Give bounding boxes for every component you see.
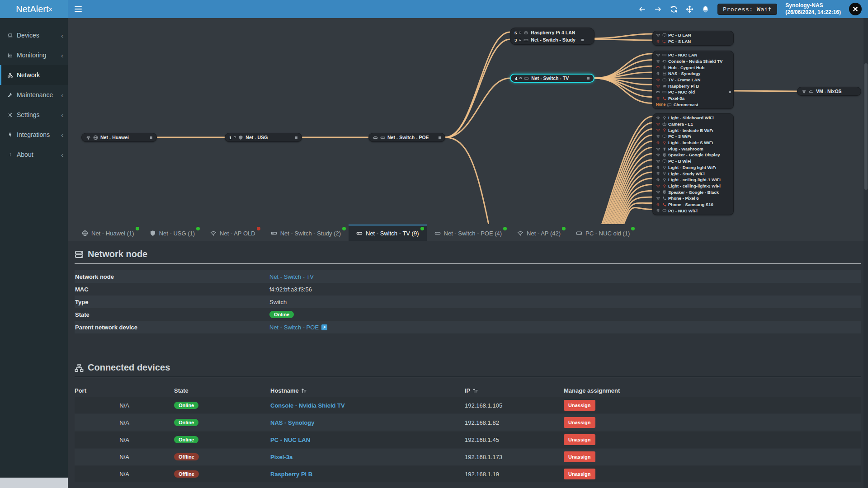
external-link-icon[interactable] bbox=[321, 324, 327, 330]
device-node-phone-pixel-6[interactable]: Phone - Pixel 6 bbox=[653, 195, 733, 202]
status-dot bbox=[503, 227, 507, 230]
hostname-link[interactable]: Pixel-3a bbox=[270, 454, 292, 460]
device-node-pc-s-wifi[interactable]: PC - S WiFi bbox=[653, 133, 733, 140]
device-node-nas-synology[interactable]: NAS - Synology bbox=[653, 70, 733, 77]
node-net-switch-poe[interactable]: Net - Switch - POE bbox=[368, 133, 445, 142]
move-icon[interactable] bbox=[686, 5, 693, 13]
bulb-icon bbox=[662, 178, 667, 182]
device-node-tv-frame-lan[interactable]: TV - Frame LAN bbox=[653, 77, 733, 83]
hostname-link[interactable]: NAS - Synology bbox=[270, 419, 315, 426]
node-handle[interactable] bbox=[439, 136, 441, 139]
device-node-pc-b-wifi[interactable]: PC - B WiFi bbox=[653, 158, 733, 164]
divider bbox=[75, 377, 861, 377]
node-handle[interactable] bbox=[581, 39, 584, 41]
bell-icon[interactable] bbox=[702, 5, 709, 13]
column-header-hostname[interactable]: Hostname bbox=[270, 387, 465, 394]
tab-net-huawei-1[interactable]: Net - Huawei (1) bbox=[74, 225, 142, 241]
sidebar-item-monitoring[interactable]: Monitoring‹ bbox=[0, 45, 68, 65]
cast-icon bbox=[667, 103, 672, 107]
device-node-phone-samsung-s10[interactable]: Phone - Samsung S10 bbox=[653, 202, 733, 208]
table-body: N/AOnlineConsole - Nvidia Shield TV192.1… bbox=[75, 397, 861, 482]
wifi-status-icon bbox=[656, 196, 660, 201]
user-avatar[interactable] bbox=[849, 3, 862, 15]
device-node-speaker-google-display[interactable]: Speaker - Google Display bbox=[653, 152, 733, 158]
device-node-pc-nuc-lan[interactable]: PC - NUC LAN bbox=[653, 52, 733, 58]
hostname-link[interactable]: Raspberry Pi B bbox=[270, 471, 312, 478]
monitor-icon bbox=[662, 134, 667, 139]
device-node-console-nvidia-shield-tv[interactable]: Console - Nvidia Shield TV bbox=[653, 58, 733, 65]
raspberry-icon bbox=[524, 30, 528, 35]
device-node-hub-cygnet-hub[interactable]: Hub - Cygnet Hub bbox=[653, 64, 733, 70]
sort-icon[interactable] bbox=[301, 388, 307, 394]
unassign-button[interactable]: Unassign bbox=[564, 400, 595, 411]
port-cell: N/A bbox=[75, 419, 174, 426]
state-cell: Online bbox=[174, 419, 270, 426]
column-header-ip[interactable]: IP bbox=[465, 387, 564, 394]
unassign-button[interactable]: Unassign bbox=[564, 417, 595, 428]
wifi-status-icon bbox=[656, 33, 660, 38]
tab-net-switch-tv-9[interactable]: Net - Switch - TV (9) bbox=[349, 225, 427, 241]
node-vm-nixos[interactable]: VM - NixOS bbox=[797, 87, 861, 96]
tab-pc-nuc-old-1[interactable]: PC - NUC old (1) bbox=[568, 225, 637, 241]
node-handle[interactable] bbox=[295, 136, 297, 139]
sidebar-item-about[interactable]: About‹ bbox=[0, 145, 68, 164]
hub-icon bbox=[662, 65, 667, 70]
device-node-pc-b-lan[interactable]: PC - B LAN bbox=[653, 32, 733, 38]
unassign-button[interactable]: Unassign bbox=[564, 434, 595, 445]
plug-icon bbox=[662, 147, 667, 151]
refresh-icon[interactable] bbox=[670, 5, 678, 13]
device-node-light-study-wifi[interactable]: Light - Study WiFi bbox=[653, 170, 733, 177]
hostname-cell: Console - Nvidia Shield TV bbox=[270, 402, 465, 409]
tab-net-switch-study-2[interactable]: Net - Switch - Study (2) bbox=[263, 225, 349, 241]
hostname-link[interactable]: Console - Nvidia Shield TV bbox=[270, 402, 345, 409]
tab-net-usg-1[interactable]: Net - USG (1) bbox=[142, 225, 203, 241]
device-node-pixel-3a[interactable]: Pixel-3a bbox=[653, 95, 733, 102]
device-node-light-bedside-s-wifi[interactable]: Light - bedside S WiFi bbox=[653, 140, 733, 146]
sidebar-item-maintenance[interactable]: Maintenance‹ bbox=[0, 85, 68, 105]
sidebar-item-devices[interactable]: Devices‹ bbox=[0, 25, 68, 45]
device-node-light-ceiling-light-1-wifi[interactable]: Light - ceiling-light-1 WiFi bbox=[653, 177, 733, 183]
sidebar-item-network[interactable]: Network bbox=[0, 65, 68, 85]
node-raspberry-pi4-lan[interactable]: 5 Raspberry Pi 4 LAN bbox=[514, 29, 590, 36]
node-net-huawei[interactable]: Net - Huawei bbox=[81, 133, 157, 142]
nas-icon bbox=[662, 71, 667, 76]
sidebar-item-integrations[interactable]: Integrations‹ bbox=[0, 125, 68, 145]
device-node-light-sideboard-wifi[interactable]: Light - Sideboard WiFi bbox=[653, 115, 733, 121]
scrollbar-thumb[interactable] bbox=[864, 63, 868, 190]
device-node-pc-s-lan[interactable]: PC - S LAN bbox=[653, 38, 733, 45]
unassign-button[interactable]: Unassign bbox=[564, 451, 595, 462]
device-node-light-bedside-b-wifi[interactable]: Light - bedside B WiFi bbox=[653, 127, 733, 133]
network-node-link[interactable]: Net - Switch - TV bbox=[269, 273, 314, 280]
node-net-usg[interactable]: 1 Net - USG bbox=[225, 133, 302, 142]
device-node-pc-nuc-old[interactable]: PC - NUC old bbox=[653, 89, 733, 95]
device-node-chromecast[interactable]: NoneChromecast bbox=[653, 102, 733, 108]
sidebar-item-settings[interactable]: Settings‹ bbox=[0, 105, 68, 125]
tab-net-ap-42[interactable]: Net - AP (42) bbox=[509, 225, 568, 241]
device-node-pc-nuc-wifi[interactable]: PC - NUC WiFi bbox=[653, 207, 733, 214]
back-icon[interactable] bbox=[638, 5, 646, 13]
tab-net-ap-old[interactable]: Net - AP OLD bbox=[203, 225, 263, 241]
node-net-switch-tv-selected[interactable]: 4 Net - Switch - TV bbox=[510, 74, 594, 83]
sidebar-toggle-button[interactable] bbox=[68, 0, 89, 18]
device-node-light-ceiling-light-2-wifi[interactable]: Light - ceiling-light-2 WiFi bbox=[653, 183, 733, 189]
hostname-link[interactable]: PC - NUC LAN bbox=[270, 436, 310, 443]
parent-device-link[interactable]: Net - Switch - POE bbox=[269, 324, 319, 331]
device-node-speaker-google-black[interactable]: Speaker - Google - Black bbox=[653, 189, 733, 195]
unassign-button[interactable]: Unassign bbox=[564, 469, 595, 479]
node-group-study[interactable]: 5 Raspberry Pi 4 LAN 3 Net - Switch - St… bbox=[510, 28, 594, 45]
node-net-switch-study[interactable]: 3 Net - Switch - Study bbox=[514, 36, 590, 43]
bulb-icon bbox=[662, 141, 667, 145]
device-node-plug-washroom[interactable]: Plug - Washroom bbox=[653, 145, 733, 152]
status-badge: Online bbox=[174, 419, 198, 426]
device-node-light-dining-light-wifi[interactable]: Light - Dining light WiFi bbox=[653, 164, 733, 171]
forward-icon[interactable] bbox=[654, 5, 662, 13]
device-node-camera-e1[interactable]: Camera - E1 bbox=[653, 121, 733, 127]
sort-icon[interactable] bbox=[472, 388, 478, 394]
node-handle[interactable] bbox=[150, 136, 152, 139]
page-scrollbar[interactable] bbox=[863, 18, 868, 488]
app-logo[interactable]: NetAlertx bbox=[0, 0, 68, 18]
node-handle[interactable] bbox=[587, 77, 590, 80]
node-handle[interactable] bbox=[729, 91, 731, 93]
device-node-raspberry-pi-b[interactable]: Raspberry Pi B bbox=[653, 83, 733, 89]
tab-net-switch-poe-4[interactable]: Net - Switch - POE (4) bbox=[427, 225, 510, 241]
